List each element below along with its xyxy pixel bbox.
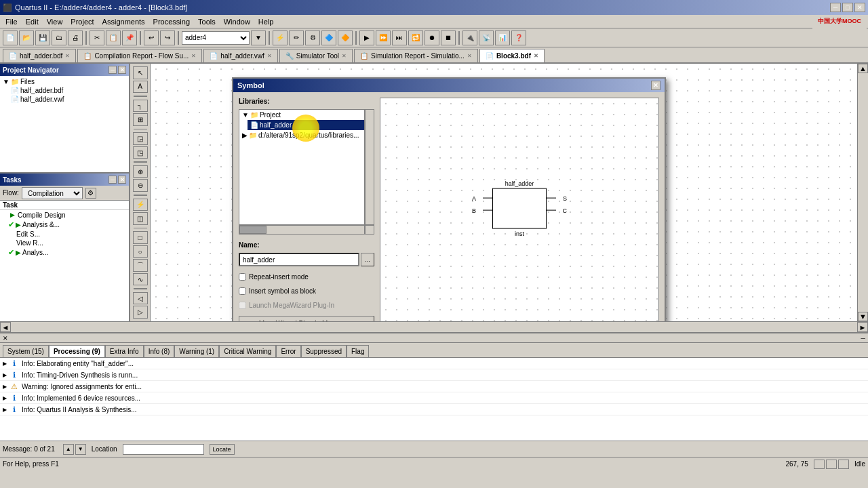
save-button[interactable]: 💾 xyxy=(35,30,50,45)
h-scroll-track[interactable] xyxy=(11,322,857,332)
btn-b[interactable]: ✏ xyxy=(289,30,304,45)
copy-button[interactable]: 📋 xyxy=(106,30,121,45)
right-pad-tool[interactable]: ▷ xyxy=(133,306,148,319)
name-browse-button[interactable]: ... xyxy=(361,253,374,266)
btn-d[interactable]: 🔷 xyxy=(321,30,336,45)
status-icon-3[interactable] xyxy=(838,460,849,469)
circle-shape-tool[interactable]: ○ xyxy=(133,245,148,258)
menu-view[interactable]: View xyxy=(43,16,67,27)
tab-error[interactable]: Error xyxy=(276,345,300,357)
tab-close-2[interactable]: ✕ xyxy=(267,53,272,59)
cut-button[interactable]: ✂ xyxy=(90,30,104,45)
select-tool[interactable]: ↖ xyxy=(133,66,148,79)
expand-1[interactable]: ▶ xyxy=(3,372,7,378)
flow-combo[interactable]: adder4 xyxy=(182,31,250,45)
tab-close-0[interactable]: ✕ xyxy=(65,53,70,59)
menu-file[interactable]: File xyxy=(1,16,22,27)
tab-critical-warning[interactable]: Critical Warning xyxy=(219,345,276,357)
nav-files-folder[interactable]: ▼ 📁 Files xyxy=(1,77,127,86)
menu-tools[interactable]: Tools xyxy=(194,16,220,27)
nav-minus-btn[interactable]: ─ xyxy=(108,66,117,74)
tab-extra-info[interactable]: Extra Info xyxy=(105,345,144,357)
status-icon-1[interactable] xyxy=(814,460,825,469)
maximize-button[interactable]: □ xyxy=(842,3,853,12)
right-scrollbar[interactable]: ▲ ▼ xyxy=(857,64,868,321)
rect-tool[interactable]: ◲ xyxy=(133,132,148,145)
tab-simulator-tool[interactable]: 🔧 Simulator Tool ✕ xyxy=(279,49,353,62)
new-button[interactable]: 📄 xyxy=(3,30,18,45)
tasks-minus-btn[interactable]: ─ xyxy=(108,176,117,184)
bottom-collapse-icon[interactable]: ─ xyxy=(861,335,865,342)
zoom-out-tool[interactable]: ⊖ xyxy=(133,179,148,192)
menu-processing[interactable]: Processing xyxy=(149,16,194,27)
lib-item-altera[interactable]: ▶ 📁 d:/altera/91sp2/quartus/libraries... xyxy=(239,130,364,140)
line-tool[interactable]: ◳ xyxy=(133,146,148,159)
tab-compilation-report[interactable]: 📋 Compilation Report - Flow Su... ✕ xyxy=(77,49,202,62)
paste-button[interactable]: 📌 xyxy=(122,30,137,45)
tab-close-1[interactable]: ✕ xyxy=(191,53,196,59)
menu-help[interactable]: Help xyxy=(254,16,278,27)
tab-suppressed[interactable]: Suppressed xyxy=(301,345,347,357)
menu-window[interactable]: Window xyxy=(220,16,254,27)
bus-tool[interactable]: ⊞ xyxy=(133,113,148,126)
scroll-up-btn[interactable]: ▲ xyxy=(858,64,868,73)
tab-half-adder-bdf[interactable]: 📄 half_adder.bdf ✕ xyxy=(3,49,76,62)
msg-prev-btn[interactable]: ▲ xyxy=(63,444,74,455)
lib-scrollbar-horizontal[interactable] xyxy=(239,225,365,235)
btn-f[interactable]: ▶ xyxy=(359,30,374,45)
lib-item-half-adder[interactable]: 📄 half_adder xyxy=(248,120,364,130)
locate-button[interactable]: Locate xyxy=(210,444,235,455)
expand-3[interactable]: ▶ xyxy=(3,395,7,401)
tab-block3-bdf[interactable]: 📄 Block3.bdf ✕ xyxy=(479,49,545,62)
expand-4[interactable]: ▶ xyxy=(3,407,7,413)
lib-scrollbar-vertical[interactable] xyxy=(365,109,374,225)
tasks-settings-btn[interactable]: ⚙ xyxy=(85,188,96,199)
location-input[interactable] xyxy=(123,444,204,455)
port-tool[interactable]: ◫ xyxy=(133,212,148,225)
megawizard-button[interactable]: MegaWizard Plug-In Manager... xyxy=(239,316,374,321)
symbol-tool[interactable]: ⚡ xyxy=(133,199,148,211)
tab-half-adder-vwf[interactable]: 📄 half_adder.vwf ✕ xyxy=(203,49,278,62)
left-pad-tool[interactable]: ◁ xyxy=(133,292,148,305)
minimize-button[interactable]: ─ xyxy=(830,3,841,12)
btn-k[interactable]: ⏹ xyxy=(441,30,456,45)
tab-close-5[interactable]: ✕ xyxy=(534,53,538,59)
btn-i[interactable]: 🔁 xyxy=(408,30,423,45)
navigator-controls[interactable]: ─ ✕ xyxy=(108,66,126,74)
canvas-area[interactable]: Symbol ✕ Libraries: ▼ 📁 Pro xyxy=(151,64,857,321)
tab-warning[interactable]: Warning (1) xyxy=(174,345,219,357)
menu-edit[interactable]: Edit xyxy=(22,16,43,27)
text-tool[interactable]: A xyxy=(133,81,148,94)
save-all-button[interactable]: 🗂 xyxy=(52,30,66,45)
flow-select[interactable]: Compilation xyxy=(22,187,83,199)
btn-j[interactable]: ⏺ xyxy=(425,30,439,45)
tab-close-4[interactable]: ✕ xyxy=(467,53,472,59)
wire-tool[interactable]: ┐ xyxy=(133,100,148,113)
task-view[interactable]: View R... xyxy=(0,239,129,247)
dialog-close-button[interactable]: ✕ xyxy=(651,81,660,90)
task-compile[interactable]: ▶ Compile Design xyxy=(0,210,129,220)
task-edit[interactable]: Edit S... xyxy=(0,230,129,239)
lib-item-project[interactable]: ▼ 📁 Project xyxy=(239,110,364,120)
tab-system[interactable]: System (15) xyxy=(3,345,49,357)
scroll-left-btn[interactable]: ◄ xyxy=(0,322,11,332)
tab-simulation-report[interactable]: 📋 Simulation Report - Simulatio... ✕ xyxy=(354,49,478,62)
btn-e[interactable]: 🔶 xyxy=(338,30,353,45)
nav-close-btn[interactable]: ✕ xyxy=(118,66,126,74)
tasks-controls[interactable]: ─ ✕ xyxy=(108,176,126,184)
btn-a[interactable]: ⚡ xyxy=(273,30,288,45)
nav-item-half-adder-vwf[interactable]: 📄 half_adder.vwf xyxy=(9,95,127,104)
scrollbar-thumb[interactable] xyxy=(239,226,267,234)
task-analysis2[interactable]: ✔ ▶ Analys... xyxy=(0,247,129,258)
btn-n[interactable]: 📊 xyxy=(495,30,510,45)
tab-processing[interactable]: Processing (9) xyxy=(49,345,105,357)
curve-tool[interactable]: ∿ xyxy=(133,273,148,286)
expand-2[interactable]: ▶ xyxy=(3,384,7,390)
btn-o[interactable]: ❓ xyxy=(511,30,526,45)
name-input[interactable] xyxy=(239,253,359,266)
window-controls[interactable]: ─ □ ✕ xyxy=(830,3,865,12)
undo-button[interactable]: ↩ xyxy=(144,30,159,45)
zoom-tool[interactable]: ⊕ xyxy=(133,165,148,178)
btn-m[interactable]: 📡 xyxy=(479,30,494,45)
bottom-x-icon[interactable]: ✕ xyxy=(3,335,8,342)
